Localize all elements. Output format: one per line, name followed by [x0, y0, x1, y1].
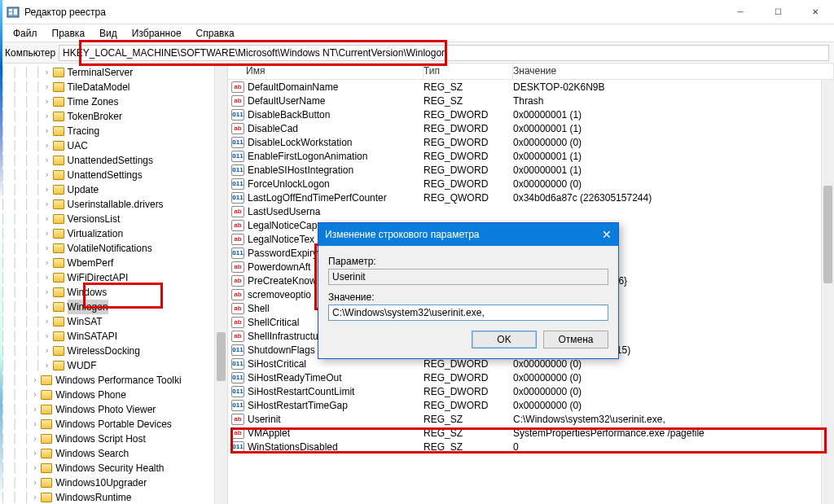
- tree-item[interactable]: │ │ │ ›Windows Script Host: [0, 432, 227, 446]
- expander-icon[interactable]: ›: [42, 329, 53, 344]
- tree-item[interactable]: │ │ │ ›Windows Search: [0, 446, 227, 461]
- expander-icon[interactable]: ›: [42, 80, 53, 94]
- list-scrollbar[interactable]: [821, 80, 834, 504]
- expander-icon[interactable]: ›: [42, 212, 53, 226]
- tree-item[interactable]: │ │ │ ›Windows Photo Viewer: [0, 402, 227, 417]
- expander-icon[interactable]: ›: [42, 344, 53, 358]
- value-type: REG_DWORD: [424, 386, 513, 397]
- dialog-titlebar[interactable]: Изменение строкового параметра ✕: [318, 223, 618, 246]
- expander-icon[interactable]: ›: [42, 226, 53, 241]
- expander-icon[interactable]: ›: [42, 124, 53, 138]
- expander-icon[interactable]: ›: [42, 241, 53, 256]
- tree-item[interactable]: │ │ │ ›Windows Performance Toolki: [0, 373, 227, 388]
- maximize-button[interactable]: ☐: [759, 0, 797, 24]
- col-name[interactable]: Имя: [228, 64, 424, 79]
- expander-icon[interactable]: ›: [29, 446, 41, 461]
- value-row[interactable]: 011DisableBackButtonREG_DWORD0x00000001 …: [228, 107, 834, 121]
- expander-icon[interactable]: ›: [42, 270, 53, 285]
- tree-item[interactable]: │ │ │ ›Windows Portable Devices: [0, 417, 227, 432]
- value-row[interactable]: abLastUsedUserna: [228, 204, 834, 218]
- tree-item[interactable]: │ │ │ │ ›TileDataModel: [0, 80, 227, 94]
- expander-icon[interactable]: ›: [29, 388, 41, 402]
- addressbar-input[interactable]: [59, 45, 829, 61]
- tree-item[interactable]: │ │ │ │ ›Userinstallable.drivers: [0, 197, 227, 212]
- tree-item[interactable]: │ │ │ │ ›Time Zones: [0, 94, 227, 109]
- tree-item[interactable]: │ │ │ │ ›VolatileNotifications: [0, 241, 227, 256]
- tree-item[interactable]: │ │ │ │ ›UAC: [0, 138, 227, 153]
- value-row[interactable]: abVMAppletREG_SZSystemPropertiesPerforma…: [228, 426, 834, 440]
- expander-icon[interactable]: ›: [42, 153, 53, 168]
- tree-item[interactable]: │ │ │ ›WindowsRuntime: [0, 490, 227, 504]
- menu-view[interactable]: Вид: [93, 26, 124, 41]
- tree-item[interactable]: │ │ │ │ ›WirelessDocking: [0, 344, 227, 358]
- tree-item[interactable]: │ │ │ │ ›Update: [0, 182, 227, 197]
- dialog-close-button[interactable]: ✕: [602, 228, 612, 241]
- value-row[interactable]: 011SiHostRestartCountLimitREG_DWORD0x000…: [228, 384, 834, 398]
- value-row[interactable]: 011SiHostRestartTimeGapREG_DWORD0x000000…: [228, 398, 834, 412]
- expander-icon[interactable]: ›: [29, 476, 41, 490]
- ok-button[interactable]: OK: [472, 331, 537, 348]
- dialog-value-input[interactable]: [328, 305, 608, 321]
- col-type[interactable]: Тип: [424, 64, 513, 79]
- tree-item[interactable]: │ │ │ │ ›UnattendSettings: [0, 168, 227, 182]
- expander-icon[interactable]: ›: [42, 182, 53, 197]
- value-row[interactable]: 011EnableFirstLogonAnimationREG_DWORD0x0…: [228, 149, 834, 163]
- cancel-button[interactable]: Отмена: [543, 331, 608, 348]
- tree-item[interactable]: │ │ │ │ ›TerminalServer: [0, 65, 227, 80]
- expander-icon[interactable]: ›: [29, 417, 41, 432]
- registry-tree[interactable]: │ │ │ │ ›TerminalServer│ │ │ │ ›TileData…: [0, 65, 227, 504]
- value-row[interactable]: 011EnableSIHostIntegrationREG_DWORD0x000…: [228, 163, 834, 177]
- value-row[interactable]: abDefaultDomainNameREG_SZDESKTOP-02K6N9B: [228, 80, 834, 94]
- tree-label: TerminalServer: [68, 65, 134, 80]
- tree-item[interactable]: │ │ │ │ ›WbemPerf: [0, 256, 227, 270]
- expander-icon[interactable]: ›: [42, 358, 53, 373]
- tree-scrollbar[interactable]: [214, 64, 227, 504]
- expander-icon[interactable]: ›: [42, 65, 53, 80]
- tree-item[interactable]: │ │ │ │ ›Winlogon: [0, 300, 227, 314]
- expander-icon[interactable]: ›: [42, 138, 53, 153]
- expander-icon[interactable]: ›: [42, 94, 53, 109]
- expander-icon[interactable]: ›: [42, 314, 53, 329]
- expander-icon[interactable]: ›: [42, 168, 53, 182]
- value-row[interactable]: abUserinitREG_SZC:\Windows\system32\user…: [228, 412, 834, 426]
- tree-item[interactable]: │ │ │ │ ›Windows: [0, 285, 227, 300]
- value-row[interactable]: abDefaultUserNameREG_SZThrash: [228, 94, 834, 107]
- value-row[interactable]: 011ForceUnlockLogonREG_DWORD0x00000000 (…: [228, 177, 834, 191]
- menu-favorites[interactable]: Избранное: [125, 26, 188, 41]
- menu-help[interactable]: Справка: [190, 26, 241, 41]
- value-row[interactable]: 011DisableLockWorkstationREG_DWORD0x0000…: [228, 135, 834, 149]
- menu-file[interactable]: Файл: [7, 26, 44, 41]
- expander-icon[interactable]: ›: [42, 197, 53, 212]
- minimize-button[interactable]: ─: [722, 0, 759, 24]
- tree-item[interactable]: │ │ │ ›Windows10Upgrader: [0, 476, 227, 490]
- tree-item[interactable]: │ │ │ │ ›UnattendedSettings: [0, 153, 227, 168]
- close-button[interactable]: ✕: [797, 0, 834, 24]
- tree-item[interactable]: │ │ │ │ ›VersionsList: [0, 212, 227, 226]
- expander-icon[interactable]: ›: [29, 490, 41, 504]
- expander-icon[interactable]: ›: [42, 256, 53, 270]
- tree-item[interactable]: │ │ │ ›Windows Security Health: [0, 461, 227, 476]
- values-header[interactable]: Имя Тип Значение: [228, 64, 834, 80]
- menu-edit[interactable]: Правка: [46, 26, 92, 41]
- expander-icon[interactable]: ›: [29, 432, 41, 446]
- tree-item[interactable]: │ │ │ │ ›Tracing: [0, 124, 227, 138]
- tree-item[interactable]: │ │ │ │ ›WinSATAPI: [0, 329, 227, 344]
- value-row[interactable]: 011SiHostReadyTimeOutREG_DWORD0x00000000…: [228, 370, 834, 384]
- expander-icon[interactable]: ›: [29, 373, 41, 388]
- tree-item[interactable]: │ │ │ │ ›WiFiDirectAPI: [0, 270, 227, 285]
- tree-item[interactable]: │ │ │ │ ›Virtualization: [0, 226, 227, 241]
- col-value[interactable]: Значение: [513, 64, 834, 79]
- expander-icon[interactable]: ›: [29, 402, 41, 417]
- tree-item[interactable]: │ │ │ │ ›WinSAT: [0, 314, 227, 329]
- expander-icon[interactable]: ›: [42, 300, 53, 314]
- expander-icon[interactable]: ›: [29, 461, 41, 476]
- expander-icon[interactable]: ›: [42, 285, 53, 300]
- value-type: REG_DWORD: [424, 137, 513, 148]
- tree-item[interactable]: │ │ │ │ ›TokenBroker: [0, 109, 227, 124]
- value-row[interactable]: abDisableCadREG_DWORD0x00000001 (1): [228, 121, 834, 135]
- value-row[interactable]: 011WinStationsDisabledREG_SZ0: [228, 440, 834, 454]
- expander-icon[interactable]: ›: [42, 109, 53, 124]
- value-row[interactable]: 011LastLogOffEndTimePerfCounterREG_QWORD…: [228, 191, 834, 204]
- tree-item[interactable]: │ │ │ │ ›WUDF: [0, 358, 227, 373]
- tree-item[interactable]: │ │ │ ›Windows Phone: [0, 388, 227, 402]
